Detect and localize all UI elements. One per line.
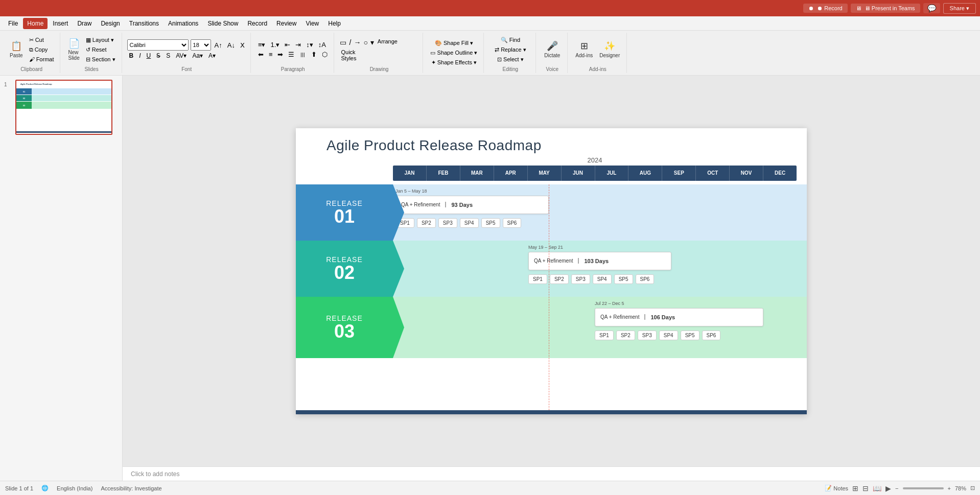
designer-button[interactable]: ✨ Designer (597, 39, 622, 60)
addins-icon: ⊞ (580, 41, 588, 52)
find-button[interactable]: 🔍 Find (499, 36, 522, 44)
section-button[interactable]: ⊟ Section ▾ (84, 55, 118, 64)
share-button[interactable]: Share ▾ (943, 3, 976, 14)
slide-thumbnail-1[interactable]: 1 Agile Product Release Roadmap 01 02 (4, 80, 118, 135)
slide-count: Slide 1 of 1 (5, 485, 33, 491)
drawing-label: Drawing (370, 66, 389, 72)
decrease-indent-button[interactable]: ⇤ (283, 40, 292, 49)
menu-animations[interactable]: Animations (164, 18, 202, 29)
dictate-button[interactable]: 🎤 Dictate (542, 39, 563, 60)
menu-file[interactable]: File (4, 18, 22, 29)
zoom-slider[interactable] (903, 487, 944, 489)
shape-effects-button[interactable]: ✦ Shape Effects ▾ (429, 58, 479, 67)
select-button[interactable]: ⊡ Select ▾ (495, 55, 526, 64)
shape-rect[interactable]: ▭ (339, 38, 347, 47)
shape-ellipse[interactable]: ○ (363, 38, 368, 47)
sp5-tag: SP5 (681, 331, 699, 340)
quick-styles-button[interactable]: QuickStyles (339, 49, 358, 62)
increase-indent-button[interactable]: ⇥ (293, 40, 303, 49)
record-button[interactable]: ⏺ ⏺ Record (803, 4, 848, 13)
font-group: Calibri 18 A↑ A↓ Ⅹ B I U S̶ S AV▾ Aa▾ A▾… (123, 33, 251, 73)
font-color-button[interactable]: A▾ (206, 52, 218, 60)
case-button[interactable]: Aa▾ (190, 52, 205, 60)
cut-button[interactable]: ✂ Cut (27, 36, 56, 44)
menu-help[interactable]: Help (324, 18, 345, 29)
sp6-tag: SP6 (503, 218, 522, 228)
shape-arrow[interactable]: → (353, 38, 361, 47)
char-spacing-button[interactable]: AV▾ (174, 52, 189, 60)
notes-placeholder[interactable]: Click to add notes (131, 470, 179, 478)
release-01-sprints: SP1 SP2 SP3 SP4 SP5 SP6 (395, 218, 521, 228)
clear-format-button[interactable]: Ⅹ (239, 41, 246, 50)
font-family-select[interactable]: Calibri (127, 39, 189, 51)
layout-button[interactable]: ▦ Layout ▾ (84, 36, 118, 44)
present-in-teams-button[interactable]: 🖥 🖥 Present in Teams (851, 4, 920, 13)
menu-home[interactable]: Home (23, 18, 48, 29)
months-bar: JAN FEB MAR APR MAY JUN JUL AUG SEP OCT … (393, 166, 797, 181)
zoom-level: 78% (955, 485, 966, 491)
release-01-label: Release 01 (296, 184, 393, 241)
format-painter-button[interactable]: 🖌 Format (27, 55, 56, 63)
release-01-bar[interactable]: QA + Refinement 93 Days (395, 196, 549, 214)
menu-transitions[interactable]: Transitions (125, 18, 163, 29)
menu-record[interactable]: Record (243, 18, 271, 29)
align-left-button[interactable]: ⬅ (256, 50, 266, 59)
menu-insert[interactable]: Insert (49, 18, 72, 29)
italic-button[interactable]: I (137, 52, 143, 60)
replace-button[interactable]: ⇄ Replace ▾ (493, 45, 528, 54)
paste-icon: 📋 (11, 41, 22, 52)
decrease-font-button[interactable]: A↓ (226, 41, 237, 50)
menu-review[interactable]: Review (272, 18, 300, 29)
release-03-bar[interactable]: QA + Refinement 106 Days (595, 308, 763, 326)
month-aug: AUG (628, 166, 662, 181)
line-spacing-button[interactable]: ↕▾ (304, 40, 315, 49)
columns-button[interactable]: ⫼ (297, 50, 308, 59)
accessibility-button[interactable]: Accessibility: Investigate (101, 485, 161, 491)
shape-more[interactable]: ▾ (370, 38, 375, 47)
align-center-button[interactable]: ≡ (267, 50, 275, 59)
menu-view[interactable]: View (301, 18, 323, 29)
zoom-out-button[interactable]: − (895, 485, 898, 491)
release-02-content: May 19 – Sep 21 QA + Refinement 103 Days… (393, 241, 807, 297)
normal-view-button[interactable]: ⊞ (852, 484, 858, 492)
sort-button[interactable]: ↕A (316, 40, 328, 49)
new-slide-button[interactable]: 📄 NewSlide (65, 37, 82, 63)
menu-draw[interactable]: Draw (73, 18, 96, 29)
ribbon-toolbar: 📋 Paste ✂ Cut ⧉ Copy 🖌 Format Clipboard … (0, 31, 980, 76)
comment-icon[interactable]: 💬 (923, 3, 940, 13)
title-bar: ⏺ ⏺ Record 🖥 🖥 Present in Teams 💬 Share … (0, 0, 980, 16)
menu-slideshow[interactable]: Slide Show (203, 18, 242, 29)
paste-button[interactable]: 📋 Paste (7, 39, 26, 60)
slide-sorter-button[interactable]: ⊟ (862, 484, 869, 492)
notes-toggle[interactable]: 📝 Notes (825, 485, 848, 491)
bold-button[interactable]: B (127, 52, 136, 60)
release-02-bar[interactable]: QA + Refinement 103 Days (528, 252, 671, 270)
reading-view-button[interactable]: 📖 (873, 484, 881, 492)
increase-font-button[interactable]: A↑ (213, 41, 224, 50)
reset-button[interactable]: ↺ Reset (84, 45, 118, 54)
arrange-button[interactable]: Arrange (376, 38, 399, 47)
menu-design[interactable]: Design (97, 18, 124, 29)
shape-line[interactable]: / (348, 38, 352, 47)
fit-slide-button[interactable]: ⊡ (970, 485, 975, 491)
numbering-button[interactable]: 1.▾ (268, 40, 282, 49)
shape-fill-button[interactable]: 🎨 Shape Fill ▾ (433, 39, 475, 48)
justify-button[interactable]: ☰ (286, 50, 296, 59)
text-direction-button[interactable]: ⬆ (309, 50, 319, 59)
addins-button[interactable]: ⊞ Add-ins (573, 39, 595, 60)
slides-label: Slides (84, 66, 98, 72)
addins-group: ⊞ Add-ins ✨ Designer Add-ins (569, 33, 627, 73)
font-size-select[interactable]: 18 (191, 39, 211, 51)
underline-button[interactable]: U (145, 52, 153, 60)
smart-art-button[interactable]: ⬡ (320, 50, 330, 59)
shape-outline-button[interactable]: ▭ Shape Outline ▾ (428, 49, 479, 57)
slideshow-button[interactable]: ▶ (885, 484, 891, 492)
align-right-button[interactable]: ➡ (275, 50, 285, 59)
shadow-button[interactable]: S (164, 52, 172, 60)
strikethrough-button[interactable]: S̶ (154, 52, 162, 60)
slide-canvas[interactable]: Agile Product Release Roadmap 2024 JAN F… (296, 128, 807, 414)
bullets-button[interactable]: ≡▾ (256, 40, 268, 49)
slide-title[interactable]: Agile Product Release Roadmap (326, 137, 542, 154)
zoom-in-button[interactable]: + (948, 485, 951, 491)
copy-button[interactable]: ⧉ Copy (27, 45, 56, 54)
